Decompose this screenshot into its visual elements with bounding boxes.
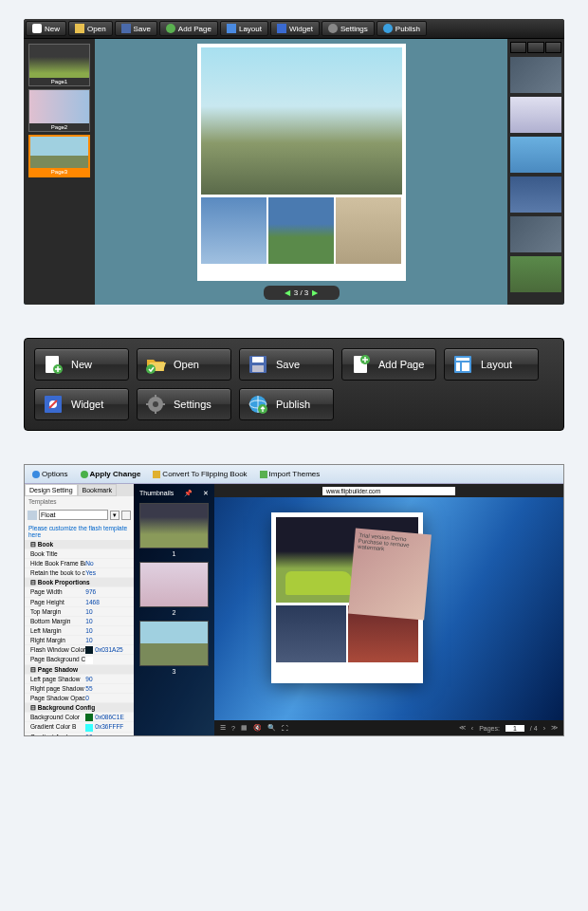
sound-icon[interactable]: 🔇 <box>253 724 262 732</box>
options-button[interactable]: Options <box>28 468 73 480</box>
publish-button[interactable]: Publish <box>377 21 427 36</box>
setting-row[interactable]: Page Shadow Opacity0 <box>25 694 134 703</box>
layout-button[interactable]: Layout <box>444 348 539 381</box>
url-input[interactable]: www.flipbuilder.com <box>322 487 455 495</box>
save-button[interactable]: Save <box>239 348 334 381</box>
template-browse-button[interactable]: ▾ <box>110 511 119 520</box>
page-thumb-2[interactable]: Page2 <box>28 89 90 132</box>
setting-row[interactable]: Hide Book Frame BarNo <box>25 559 134 568</box>
setting-row[interactable]: Page Background Color <box>25 655 134 664</box>
asset-thumb[interactable] <box>510 216 561 252</box>
help-icon[interactable]: ? <box>231 725 235 732</box>
template-icon <box>28 511 37 520</box>
setting-row[interactable]: ⊟ Background Config <box>25 703 134 713</box>
asset-tab-3[interactable] <box>545 42 561 53</box>
setting-row[interactable]: Right Margin10 <box>25 636 134 645</box>
save-button[interactable]: Save <box>115 21 157 36</box>
setting-row[interactable]: Page Width976 <box>25 587 134 597</box>
label: Open <box>174 359 199 370</box>
file-new-icon <box>43 354 64 375</box>
pages-label: Pages: <box>479 725 500 732</box>
asset-thumb[interactable] <box>510 256 561 292</box>
template-button[interactable] <box>121 511 131 520</box>
label: New <box>71 359 92 370</box>
new-button[interactable]: New <box>26 21 66 36</box>
widget-button[interactable]: Widget <box>270 21 320 36</box>
publish-button[interactable]: Publish <box>239 388 334 420</box>
setting-row[interactable]: Bottom Margin10 <box>25 617 134 626</box>
close-icon[interactable]: ✕ <box>203 490 209 497</box>
book-preview: www.flipbuilder.com Trial version Demo P… <box>214 484 563 735</box>
page-thumbnails-panel: Page1 Page2 Page3 <box>24 39 95 305</box>
setting-row[interactable]: ⊟ Book <box>25 540 134 549</box>
setting-row[interactable]: Flash Window Color0x031A25 <box>25 645 134 655</box>
svg-rect-10 <box>456 363 460 371</box>
fullscreen-icon[interactable]: ⛶ <box>282 725 288 732</box>
apply-change-button[interactable]: Apply Change <box>76 468 146 480</box>
photo-tile-2 <box>268 197 334 264</box>
setting-row[interactable]: ⊟ Book Proportions <box>25 578 134 587</box>
asset-tab-2[interactable] <box>527 42 543 53</box>
setting-row[interactable]: Left page Shadow90 <box>25 675 134 684</box>
setting-row[interactable]: Top Margin10 <box>25 607 134 617</box>
next-arrow-icon[interactable]: ▶ <box>312 288 318 297</box>
layout-button[interactable]: Layout <box>220 21 268 36</box>
add-page-button[interactable]: Add Page <box>341 348 436 381</box>
flipbook[interactable]: Trial version Demo Purchase to remove wa… <box>271 512 423 683</box>
tab-design-setting[interactable]: Design Setting <box>25 484 78 496</box>
page-curl: Trial version Demo Purchase to remove wa… <box>348 529 432 621</box>
last-icon[interactable]: ≫ <box>551 724 558 732</box>
thumbs-icon[interactable]: ▦ <box>241 724 248 732</box>
import-themes-button[interactable]: Import Themes <box>255 468 325 480</box>
setting-row[interactable]: Right page Shadow55 <box>25 684 134 694</box>
settings-button[interactable]: Settings <box>137 388 231 420</box>
open-button[interactable]: Open <box>68 21 113 36</box>
pin-icon[interactable]: 📌 <box>184 490 193 497</box>
svg-rect-9 <box>456 358 469 361</box>
photo-tile-3 <box>336 197 401 264</box>
asset-thumb[interactable] <box>510 177 561 213</box>
asset-thumb[interactable] <box>510 137 561 173</box>
canvas[interactable]: ◀ 3 / 3 ▶ <box>95 39 507 305</box>
preview-area: Thumbnails📌✕ 1 2 3 www.flipbuilder.com T… <box>134 484 563 735</box>
setting-row[interactable]: Left Margin10 <box>25 626 134 636</box>
tab-bookmark[interactable]: Bookmark <box>78 484 118 496</box>
toc-icon[interactable]: ☰ <box>220 724 226 732</box>
prev-arrow-icon[interactable]: ◀ <box>285 288 290 297</box>
setting-row[interactable]: Retain the book to centerYes <box>25 568 134 578</box>
widget-button[interactable]: Widget <box>34 388 129 420</box>
asset-thumb[interactable] <box>510 97 561 133</box>
thumb-3[interactable]: 3 <box>139 621 209 666</box>
add-page-button[interactable]: Add Page <box>159 21 218 36</box>
label: Widget <box>71 399 103 410</box>
setting-row[interactable]: Book Title <box>25 549 134 559</box>
open-button[interactable]: Open <box>137 348 231 381</box>
first-icon[interactable]: ≪ <box>459 724 466 732</box>
new-button[interactable]: New <box>34 348 129 381</box>
thumb-2[interactable]: 2 <box>139 562 209 607</box>
asset-thumb[interactable] <box>510 57 561 93</box>
setting-row[interactable]: Page Height1468 <box>25 598 134 607</box>
page-input[interactable]: 1 <box>505 725 524 732</box>
settings-button[interactable]: Settings <box>322 21 375 36</box>
prev-icon[interactable]: ‹ <box>471 725 473 732</box>
setting-row[interactable]: Background Color0x086C1E <box>25 713 134 722</box>
next-icon[interactable]: › <box>543 725 545 732</box>
zoom-icon[interactable]: 🔍 <box>267 724 276 732</box>
svg-rect-11 <box>462 363 469 371</box>
page-indicator[interactable]: ◀ 3 / 3 ▶ <box>264 286 340 300</box>
page-thumb-1[interactable]: Page1 <box>28 44 90 86</box>
page-thumb-3[interactable]: Page3 <box>28 135 90 177</box>
flipbook-app-window: Options Apply Change Convert To Flipping… <box>24 464 564 736</box>
label: Add Page <box>378 359 424 370</box>
setting-row[interactable]: Gradient Color B0x36FFFF <box>25 722 134 732</box>
thumb-1[interactable]: 1 <box>139 503 209 548</box>
setting-row[interactable]: Gradient Angle90 <box>25 733 134 735</box>
convert-button[interactable]: Convert To Flipping Book <box>148 468 251 480</box>
main-photo <box>201 47 402 195</box>
svg-rect-16 <box>155 395 156 399</box>
settings-tree[interactable]: ⊟ BookBook TitleHide Book Frame BarNoRet… <box>25 540 134 735</box>
template-select[interactable]: Float <box>39 510 108 520</box>
asset-tab-1[interactable] <box>510 42 526 53</box>
setting-row[interactable]: ⊟ Page Shadow <box>25 665 134 675</box>
